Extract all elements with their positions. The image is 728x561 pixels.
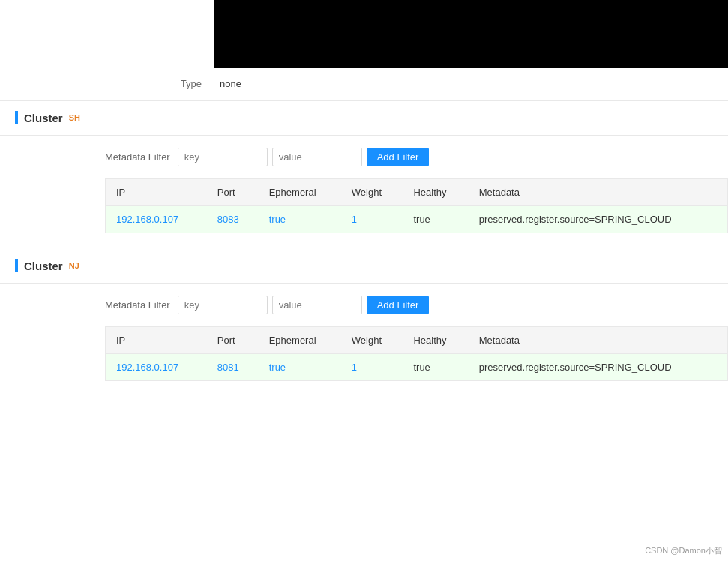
- cluster-sh-key-input[interactable]: [178, 148, 268, 166]
- nj-metadata-cell: preserved.register.source=SPRING_CLOUD: [469, 354, 728, 381]
- cluster-nj-col-healthy: Healthy: [403, 327, 468, 354]
- type-row: Type none: [0, 68, 728, 100]
- page-container: Type none Cluster SH Metadata Filter Add…: [0, 0, 728, 561]
- cluster-sh-col-ip: IP: [106, 179, 207, 206]
- cluster-nj-header-row: IP Port Ephemeral Weight Healthy Metadat…: [106, 327, 728, 354]
- cluster-sh-table-body: 192.168.0.107 8083 true 1 true preserved…: [106, 206, 728, 233]
- cluster-nj-key-input[interactable]: [178, 296, 268, 314]
- cluster-nj-filter-row: Metadata Filter Add Filter: [0, 284, 728, 326]
- cluster-sh-header-row: IP Port Ephemeral Weight Healthy Metadat…: [106, 179, 728, 206]
- cluster-nj-col-metadata: Metadata: [469, 327, 728, 354]
- cluster-sh-section: Cluster SH Metadata Filter Add Filter IP…: [0, 100, 728, 248]
- cluster-nj-add-filter-button[interactable]: Add Filter: [367, 296, 430, 314]
- sh-port-cell[interactable]: 8083: [207, 206, 259, 233]
- sh-ephemeral-cell: true: [259, 206, 341, 233]
- cluster-nj-tag: NJ: [69, 261, 79, 270]
- nj-ephemeral-cell: true: [259, 354, 341, 381]
- black-banner: [214, 0, 728, 68]
- nj-weight-cell: 1: [341, 354, 403, 381]
- cluster-nj-title: Cluster: [24, 260, 63, 272]
- type-value: none: [214, 75, 728, 92]
- cluster-sh-col-port: Port: [207, 179, 259, 206]
- cluster-sh-filter-label: Metadata Filter: [105, 152, 170, 163]
- sh-metadata-cell: preserved.register.source=SPRING_CLOUD: [469, 206, 728, 233]
- type-label: Type: [0, 78, 214, 89]
- table-row: 192.168.0.107 8083 true 1 true preserved…: [106, 206, 728, 233]
- nj-port-cell[interactable]: 8081: [207, 354, 259, 381]
- cluster-sh-bar: [15, 111, 18, 124]
- watermark: CSDN @Damon小智: [645, 545, 722, 556]
- cluster-nj-col-weight: Weight: [341, 327, 403, 354]
- cluster-sh-value-input[interactable]: [272, 148, 362, 166]
- sh-healthy-cell: true: [403, 206, 468, 233]
- cluster-nj-col-ip: IP: [106, 327, 207, 354]
- nj-ip-cell[interactable]: 192.168.0.107: [106, 354, 207, 381]
- cluster-nj-section: Cluster NJ Metadata Filter Add Filter IP…: [0, 248, 728, 396]
- cluster-sh-col-weight: Weight: [341, 179, 403, 206]
- cluster-nj-col-ephemeral: Ephemeral: [259, 327, 341, 354]
- cluster-nj-table-header: IP Port Ephemeral Weight Healthy Metadat…: [106, 327, 728, 354]
- cluster-nj-bar: [15, 259, 18, 272]
- cluster-nj-filter-label: Metadata Filter: [105, 299, 170, 310]
- cluster-sh-add-filter-button[interactable]: Add Filter: [367, 148, 430, 166]
- cluster-nj-table: IP Port Ephemeral Weight Healthy Metadat…: [105, 326, 728, 381]
- cluster-nj-value-input[interactable]: [272, 296, 362, 314]
- table-row: 192.168.0.107 8081 true 1 true preserved…: [106, 354, 728, 381]
- cluster-sh-table: IP Port Ephemeral Weight Healthy Metadat…: [105, 178, 728, 233]
- nj-healthy-cell: true: [403, 354, 468, 381]
- cluster-nj-table-body: 192.168.0.107 8081 true 1 true preserved…: [106, 354, 728, 381]
- cluster-sh-col-metadata: Metadata: [469, 179, 728, 206]
- cluster-sh-col-healthy: Healthy: [403, 179, 468, 206]
- cluster-sh-col-ephemeral: Ephemeral: [259, 179, 341, 206]
- cluster-nj-col-port: Port: [207, 327, 259, 354]
- cluster-sh-header: Cluster SH: [0, 100, 728, 136]
- cluster-sh-title: Cluster: [24, 112, 63, 124]
- sh-weight-cell: 1: [341, 206, 403, 233]
- sh-ip-cell[interactable]: 192.168.0.107: [106, 206, 207, 233]
- cluster-sh-table-header: IP Port Ephemeral Weight Healthy Metadat…: [106, 179, 728, 206]
- cluster-sh-tag: SH: [69, 113, 80, 122]
- cluster-sh-filter-row: Metadata Filter Add Filter: [0, 136, 728, 178]
- cluster-nj-header: Cluster NJ: [0, 248, 728, 284]
